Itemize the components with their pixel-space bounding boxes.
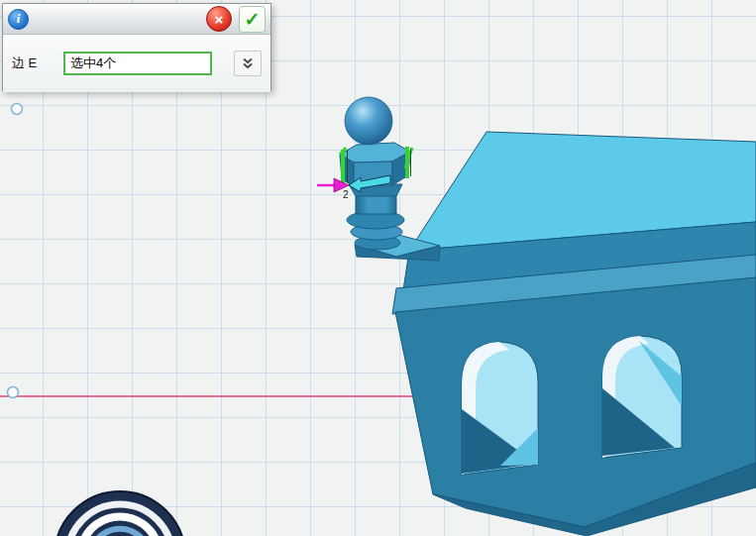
bridge-model[interactable] bbox=[392, 132, 756, 536]
arch-window-1[interactable] bbox=[462, 342, 538, 475]
confirm-button[interactable]: ✓ bbox=[239, 6, 266, 33]
info-icon[interactable]: i bbox=[8, 9, 29, 30]
vertex-marker-2[interactable] bbox=[8, 387, 19, 398]
chevron-double-down-icon[interactable] bbox=[234, 51, 262, 76]
dialog-titlebar: i × ✓ bbox=[3, 4, 270, 35]
arch-window-2[interactable] bbox=[602, 336, 682, 458]
selection-dialog: i × ✓ 边 E bbox=[2, 3, 271, 91]
cancel-button[interactable]: × bbox=[206, 6, 232, 32]
pawn-sphere[interactable] bbox=[345, 97, 392, 145]
cancel-icon: × bbox=[215, 11, 224, 28]
info-glyph: i bbox=[17, 11, 21, 27]
vertex-marker-1[interactable] bbox=[12, 104, 23, 115]
drag-arrow-label: 2 bbox=[343, 189, 349, 200]
pawn-hex-small[interactable] bbox=[356, 195, 396, 214]
edge-selection-input[interactable] bbox=[63, 52, 212, 75]
zw3d-window: 2 i × ✓ 边 E bbox=[0, 0, 756, 536]
edge-field-label: 边 E bbox=[12, 54, 54, 72]
dialog-body: 边 E bbox=[3, 35, 270, 92]
confirm-check-icon: ✓ bbox=[245, 8, 261, 31]
